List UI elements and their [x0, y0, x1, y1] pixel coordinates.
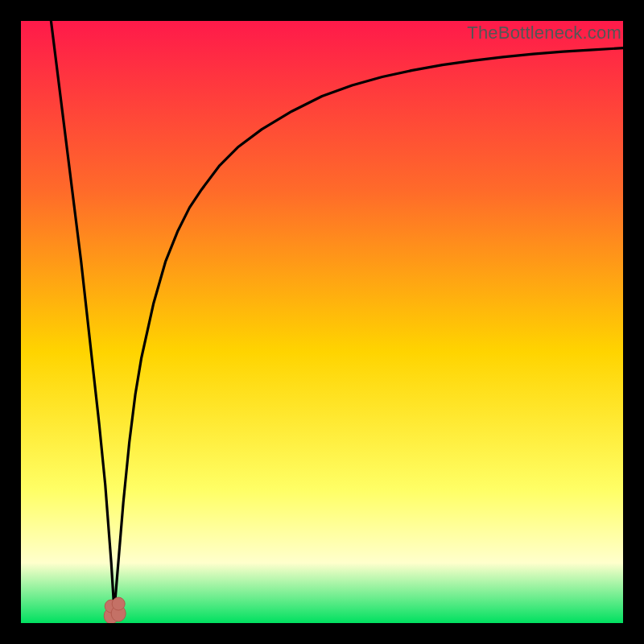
- optimum-point-b: [111, 597, 126, 621]
- chart-plot: [21, 21, 623, 623]
- optimum-markers: [104, 597, 126, 623]
- watermark-text: TheBottleneck.com: [467, 23, 621, 43]
- gradient-background: [21, 21, 623, 623]
- chart-frame: TheBottleneck.com: [21, 21, 623, 623]
- svg-point-3: [112, 597, 125, 610]
